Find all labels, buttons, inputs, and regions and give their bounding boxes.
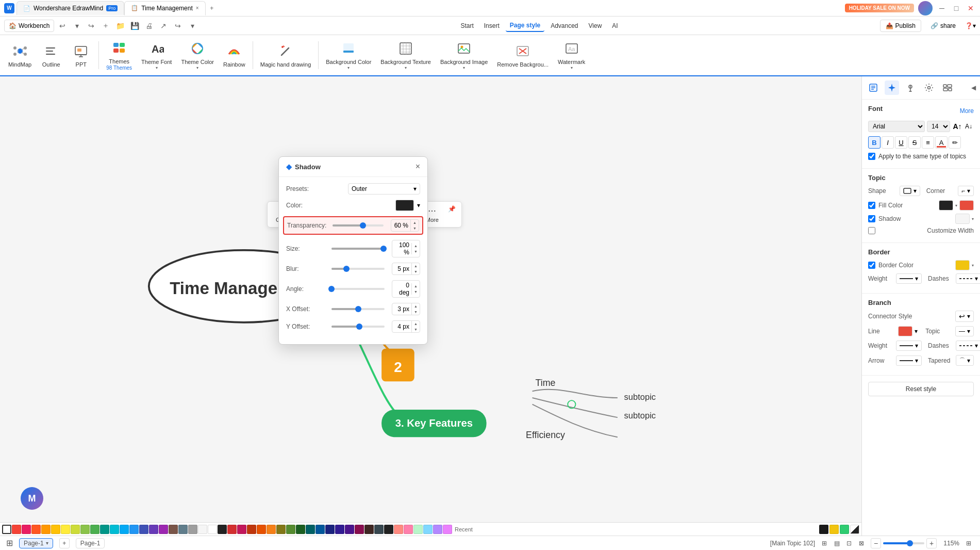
palette-color-34[interactable] [335, 525, 344, 534]
workbench-btn[interactable]: 🏠 Workbench [4, 20, 54, 32]
palette-color-2[interactable] [22, 525, 31, 534]
recent-color-2[interactable] [829, 525, 839, 534]
yoffset-slider[interactable] [331, 326, 385, 328]
font-name-select[interactable]: Arial [868, 121, 925, 132]
palette-color-38[interactable] [374, 525, 384, 534]
transparency-down[interactable]: ▼ [410, 225, 419, 231]
toolbar-pin-btn[interactable]: 📌 [447, 204, 457, 214]
palette-color-7[interactable] [71, 525, 80, 534]
palette-color-33[interactable] [325, 525, 335, 534]
font-increase-btn[interactable]: A↑ [952, 121, 962, 132]
yoffset-value-input[interactable]: 4 px ▲ ▼ [392, 320, 420, 333]
close-btn[interactable]: ✕ [966, 3, 976, 13]
panel-tab-extra[interactable] [940, 80, 955, 95]
new-btn[interactable]: ＋ [99, 20, 112, 32]
palette-color-8[interactable] [80, 525, 90, 534]
palette-color-30[interactable] [296, 525, 305, 534]
size-value-input[interactable]: 100 % ▲ ▼ [392, 240, 420, 257]
connector-style-select[interactable]: ↩ ▾ [955, 311, 974, 322]
reset-style-btn[interactable]: Reset style [868, 382, 974, 396]
blur-up[interactable]: ▲ [411, 263, 420, 269]
palette-color-5[interactable] [51, 525, 60, 534]
yoffset-stepper[interactable]: ▲ ▼ [411, 321, 420, 332]
xoffset-down[interactable]: ▼ [411, 309, 420, 315]
palette-color-42[interactable] [413, 525, 423, 534]
font-more-btn[interactable]: More [960, 107, 974, 115]
more-btn[interactable]: ▾ [186, 20, 198, 32]
font-size-select[interactable]: 14 [927, 121, 950, 132]
zoom-in-btn[interactable]: + [926, 538, 937, 548]
palette-color-23[interactable] [227, 525, 237, 534]
highlight-btn[interactable]: ✏ [949, 136, 961, 149]
align-btn[interactable]: ≡ [922, 136, 934, 149]
topic-control[interactable]: — ▾ [955, 326, 974, 336]
ribbon-theme-font[interactable]: Aa Theme Font ▾ [137, 37, 176, 73]
line-color-arrow[interactable]: ▾ [915, 328, 918, 335]
angle-up[interactable]: ▲ [411, 283, 420, 289]
size-stepper[interactable]: ▲ ▼ [411, 243, 420, 254]
border-dashes-select[interactable]: ▾ [956, 273, 980, 284]
transparency-value-input[interactable]: 60 % ▲ ▼ [391, 219, 419, 232]
zoom-slider[interactable] [883, 542, 924, 544]
border-weight-select[interactable]: ▾ [896, 273, 922, 284]
branch-dashes-select[interactable]: ▾ [956, 341, 980, 351]
blur-thumb[interactable] [343, 266, 350, 272]
panel-collapse-btn[interactable]: ◀ [971, 84, 976, 91]
palette-color-36[interactable] [355, 525, 364, 534]
ribbon-themes[interactable]: Themes 98 Themes [102, 37, 136, 73]
shape-dropdown[interactable]: ▾ [900, 186, 920, 196]
angle-slider[interactable] [331, 288, 385, 290]
menu-advanced[interactable]: Advanced [546, 20, 582, 31]
ribbon-ppt[interactable]: PPT [67, 37, 95, 73]
palette-color-27[interactable] [267, 525, 276, 534]
publish-btn[interactable]: 📤 Publish [880, 20, 921, 32]
help-btn[interactable]: ❓▾ [965, 22, 976, 29]
new-tab-btn[interactable]: + [206, 2, 218, 14]
share-small-btn[interactable]: ↪ [172, 20, 184, 32]
ribbon-remove-bg[interactable]: Remove Backgrou... [493, 37, 553, 73]
fit-screen-btn[interactable]: ⊞ [964, 538, 974, 548]
transparency-thumb[interactable] [360, 222, 366, 229]
fill-color-checkbox[interactable] [868, 202, 875, 209]
angle-down[interactable]: ▼ [411, 289, 420, 295]
ribbon-mindmap[interactable]: MindMap [4, 37, 36, 73]
palette-color-44[interactable] [433, 525, 442, 534]
fill-color-swatch[interactable] [939, 200, 953, 211]
palette-color-16[interactable] [159, 525, 168, 534]
palette-color-17[interactable] [169, 525, 178, 534]
shadow-swatch[interactable] [955, 214, 970, 224]
corner-dropdown[interactable]: ⌐ ▾ [958, 186, 974, 196]
xoffset-up[interactable]: ▲ [411, 303, 420, 309]
transparency-slider[interactable] [333, 224, 384, 227]
palette-color-41[interactable] [404, 525, 413, 534]
panel-tab-location[interactable] [903, 80, 918, 95]
menu-page-style[interactable]: Page style [506, 20, 544, 32]
blur-value-input[interactable]: 5 px ▲ ▼ [392, 263, 420, 275]
recent-color-1[interactable] [819, 525, 828, 534]
blur-down[interactable]: ▼ [411, 269, 420, 274]
page-tab-1[interactable]: Page-1 [76, 538, 105, 548]
underline-btn[interactable]: U [895, 136, 907, 149]
palette-color-25[interactable] [247, 525, 256, 534]
angle-thumb[interactable] [328, 286, 335, 292]
undo-btn[interactable]: ↩ [56, 20, 69, 32]
palette-color-19[interactable] [188, 525, 197, 534]
palette-color-4[interactable] [41, 525, 51, 534]
canvas-area[interactable]: Time Management 1 2 3. Key Features Time… [0, 76, 861, 536]
ribbon-rainbow[interactable]: Rainbow [219, 37, 250, 73]
palette-color-40[interactable] [394, 525, 403, 534]
presets-dropdown[interactable]: Outer ▾ [348, 183, 420, 195]
tapered-select[interactable]: ⌒ ▾ [956, 355, 974, 366]
ribbon-theme-color[interactable]: Theme Color ▾ [177, 37, 218, 73]
zoom-out-btn[interactable]: − [871, 538, 881, 548]
share-btn[interactable]: 🔗 share [925, 20, 961, 31]
palette-color-32[interactable] [315, 525, 325, 534]
palette-color-3[interactable] [31, 525, 41, 534]
palette-color-43[interactable] [423, 525, 433, 534]
color-dropdown-arrow[interactable]: ▾ [417, 202, 420, 209]
color-swatch-btn[interactable] [395, 200, 414, 211]
palette-color-26[interactable] [257, 525, 266, 534]
font-decrease-btn[interactable]: A↓ [964, 121, 974, 132]
palette-color-1[interactable] [12, 525, 21, 534]
angle-value-input[interactable]: 0 deg ▲ ▼ [392, 280, 420, 298]
